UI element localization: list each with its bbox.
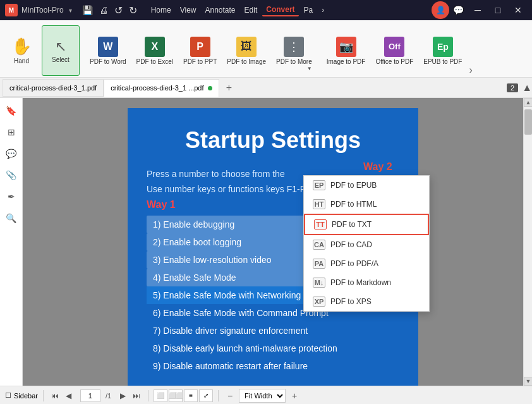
tool-pdf-word[interactable]: W PDF to Word xyxy=(85,25,131,76)
user-avatar[interactable]: 👤 xyxy=(432,1,449,19)
tab-more[interactable]: › xyxy=(318,4,328,16)
select-icon: ↖ xyxy=(55,39,66,55)
left-sidebar: 🔖 ⊞ 💬 📎 ✒ 🔍 xyxy=(0,98,23,386)
sidebar-layers-icon[interactable]: ⊞ xyxy=(3,123,20,141)
pdf-content: Startup Settings Press a number to choos… xyxy=(23,98,523,386)
dropdown-pdfa[interactable]: PA PDF to PDF/A xyxy=(304,254,429,273)
tool-select-label: Select xyxy=(52,56,70,63)
html-icon: HT xyxy=(313,199,325,209)
save-icon-btn[interactable]: 💾 xyxy=(80,4,95,16)
zoom-in-btn[interactable]: + xyxy=(288,389,301,402)
tab-convert[interactable]: Convert xyxy=(262,4,298,16)
dropdown-html[interactable]: HT PDF to HTML xyxy=(304,195,429,214)
last-page-btn[interactable]: ⏭ xyxy=(130,389,143,402)
more-icon: ⋮ xyxy=(284,37,304,57)
dropdown-epub-label: PDF to EPUB xyxy=(330,181,377,190)
minimize-btn[interactable]: ─ xyxy=(469,4,487,16)
pdf-title: Startup Settings xyxy=(147,127,399,154)
scroll-view-btn[interactable]: ≡ xyxy=(184,389,198,402)
sidebar-toggle[interactable]: ☐ Sidebar xyxy=(5,391,38,400)
dropdown-markdown-label: PDF to Markdown xyxy=(330,278,391,287)
list-item-8: 8) Disable early launch anti-malware pro… xyxy=(147,340,399,357)
restore-btn[interactable]: □ xyxy=(489,4,507,16)
tool-hand[interactable]: ✋ Hand xyxy=(3,25,40,76)
tool-pdf-more[interactable]: ⋮ PDF to More ▼ xyxy=(272,25,317,76)
markdown-icon: M↓ xyxy=(313,278,325,288)
tool-epub-pdf-label: EPUB to PDF xyxy=(423,58,462,65)
dropdown-markdown[interactable]: M↓ PDF to Markdown xyxy=(304,273,429,292)
excel-icon: X xyxy=(145,37,165,57)
tool-pdf-ppt-label: PDF to PPT xyxy=(183,58,217,65)
page-badge: 2 xyxy=(507,83,518,92)
app-logo: M MiniTool-Pro ▾ xyxy=(5,4,72,16)
tool-pdf-more-label: PDF to More xyxy=(276,58,312,65)
add-tab-btn[interactable]: + xyxy=(222,80,237,95)
doc-tab-1[interactable]: critical-process-died-3_1.pdf xyxy=(3,79,104,97)
ppt-icon: P xyxy=(190,37,210,57)
hand-icon: ✋ xyxy=(11,37,32,56)
tab-edit[interactable]: Edit xyxy=(241,4,262,16)
tool-pdf-excel[interactable]: X PDF to Excel xyxy=(132,25,178,76)
tab-annotate[interactable]: Annotate xyxy=(202,4,239,16)
sidebar-bookmark-icon[interactable]: 🔖 xyxy=(3,102,20,119)
doc-tab-2-label: critical-process-died-3_1 ...pdf xyxy=(111,84,203,92)
bottom-bar: ☐ Sidebar ⏮ ◀ 1 /1 ▶ ⏭ ⬜ ⬜⬜ ≡ ⤢ − Fit Wi… xyxy=(0,386,532,404)
right-scrollbar[interactable]: ▲ ▼ xyxy=(523,98,532,386)
tool-pdf-excel-label: PDF to Excel xyxy=(136,58,173,65)
prev-page-btn[interactable]: ◀ xyxy=(63,389,75,402)
redo-btn[interactable]: ↻ xyxy=(126,3,140,18)
print-icon-btn[interactable]: 🖨 xyxy=(97,4,111,16)
scroll-up-arrow[interactable]: ▲ xyxy=(522,82,532,94)
tool-pdf-ppt[interactable]: P PDF to PPT xyxy=(179,25,221,76)
app-dropdown-arrow[interactable]: ▾ xyxy=(69,7,72,14)
dropdown-cad-label: PDF to CAD xyxy=(330,240,372,249)
first-page-btn[interactable]: ⏮ xyxy=(49,389,61,402)
dropdown-cad[interactable]: CA PDF to CAD xyxy=(304,235,429,254)
epub-to-pdf-icon: Ep xyxy=(433,37,453,57)
tool-pdf-image[interactable]: 🖼 PDF to Image xyxy=(222,25,270,76)
chat-btn[interactable]: 💬 xyxy=(453,5,464,15)
fit-view-btn[interactable]: ⤢ xyxy=(199,389,213,402)
undo-btn[interactable]: ↺ xyxy=(112,3,125,18)
sidebar-comment-icon[interactable]: 💬 xyxy=(3,145,20,162)
ribbon-right-arrow[interactable]: › xyxy=(468,64,472,76)
tab-home[interactable]: Home xyxy=(147,4,175,16)
tool-office-pdf[interactable]: Off Office to PDF xyxy=(371,25,418,76)
cad-icon: CA xyxy=(313,240,325,250)
dropdown-epub[interactable]: EP PDF to EPUB xyxy=(304,176,429,195)
tab-view[interactable]: View xyxy=(176,4,200,16)
sidebar-search-icon[interactable]: 🔍 xyxy=(3,209,20,227)
list-item-7: 7) Disable driver signature enforcement xyxy=(147,322,399,340)
sidebar-sign-icon[interactable]: ✒ xyxy=(3,188,20,205)
scroll-up-btn[interactable]: ▲ xyxy=(524,98,532,107)
zoom-select[interactable]: Fit Width Fit Page 50% 75% 100% 125% 150… xyxy=(239,389,286,403)
zoom-out-btn[interactable]: − xyxy=(224,389,236,402)
tool-hand-label: Hand xyxy=(14,58,29,64)
tool-epub-pdf[interactable]: Ep EPUB to PDF xyxy=(419,25,466,76)
scroll-track[interactable] xyxy=(524,107,532,377)
tab-modified-dot xyxy=(208,86,212,90)
img-to-pdf-icon: 📷 xyxy=(336,37,356,57)
doc-tab-1-label: critical-process-died-3_1.pdf xyxy=(9,84,97,92)
bottom-sep3 xyxy=(218,390,219,401)
more-arrow: ▼ xyxy=(307,66,312,71)
dropdown-txt-label: PDF to TXT xyxy=(332,220,372,229)
dropdown-menu: EP PDF to EPUB HT PDF to HTML TT PDF to … xyxy=(303,175,430,312)
logo-icon: M xyxy=(5,4,18,16)
double-page-btn[interactable]: ⬜⬜ xyxy=(169,389,183,402)
dropdown-xps[interactable]: XP PDF to XPS xyxy=(304,292,429,311)
tab-pa[interactable]: Pa xyxy=(300,4,317,16)
close-btn[interactable]: ✕ xyxy=(509,4,527,16)
sidebar-attach-icon[interactable]: 📎 xyxy=(3,166,20,184)
tool-select[interactable]: ↖ Select xyxy=(42,25,80,76)
single-page-btn[interactable]: ⬜ xyxy=(154,389,167,402)
dropdown-txt[interactable]: TT PDF to TXT xyxy=(304,214,429,235)
tool-image-pdf[interactable]: 📷 Image to PDF xyxy=(322,25,370,76)
doc-tab-2[interactable]: critical-process-died-3_1 ...pdf xyxy=(104,79,219,97)
scroll-down-btn[interactable]: ▼ xyxy=(524,377,532,386)
next-page-btn[interactable]: ▶ xyxy=(116,389,129,402)
txt-icon: TT xyxy=(314,219,327,230)
pdfa-icon: PA xyxy=(313,259,325,269)
page-input[interactable]: 1 xyxy=(80,389,100,402)
scroll-thumb[interactable] xyxy=(524,109,532,135)
